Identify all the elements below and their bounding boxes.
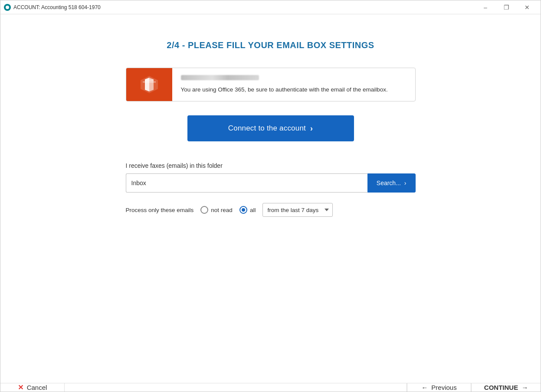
continue-arrow-icon: →	[521, 384, 528, 391]
previous-button[interactable]: ← Previous	[407, 383, 471, 392]
search-button-arrow: ›	[404, 180, 407, 186]
cancel-label: Cancel	[27, 384, 47, 391]
folder-input[interactable]	[126, 173, 367, 193]
days-dropdown[interactable]: from the last 7 days from the last 14 da…	[262, 203, 333, 217]
process-label: Process only these emails	[126, 207, 194, 213]
connect-button-arrow: ›	[310, 124, 313, 133]
folder-label: I receive faxes (emails) in this folder	[126, 162, 416, 169]
not-read-label: not read	[211, 207, 233, 213]
all-option[interactable]: all	[239, 206, 256, 214]
continue-label: CONTINUE	[484, 384, 518, 391]
cancel-button[interactable]: ✕ Cancel	[0, 383, 65, 392]
title-bar-title: ACCOUNT: Accounting 518 604-1970	[13, 4, 101, 10]
not-read-radio[interactable]	[200, 206, 208, 214]
folder-section: I receive faxes (emails) in this folder …	[126, 162, 416, 217]
title-bar: ACCOUNT: Accounting 518 604-1970 – ❐ ✕	[0, 0, 541, 14]
connect-button[interactable]: Connect to the account ›	[187, 115, 354, 141]
info-card-content: You are using Office 365, be sure to aut…	[172, 68, 397, 101]
footer: ✕ Cancel ← Previous CONTINUE →	[0, 383, 541, 392]
not-read-option[interactable]: not read	[200, 206, 233, 214]
cancel-x-icon: ✕	[18, 383, 23, 392]
info-card-description: You are using Office 365, be sure to aut…	[181, 85, 388, 94]
office-icon-container	[126, 68, 172, 101]
previous-arrow-icon: ←	[421, 384, 428, 391]
title-bar-controls: – ❐ ✕	[475, 0, 537, 14]
info-card: You are using Office 365, be sure to aut…	[126, 68, 416, 101]
folder-row: Search... ›	[126, 173, 416, 193]
page-heading: 2/4 - PLEASE FILL YOUR EMAIL BOX SETTING…	[167, 40, 374, 50]
office365-icon	[136, 72, 162, 98]
all-label: all	[250, 207, 256, 213]
app-icon	[4, 4, 11, 11]
continue-button[interactable]: CONTINUE →	[471, 383, 541, 392]
title-bar-left: ACCOUNT: Accounting 518 604-1970	[4, 4, 101, 11]
svg-rect-2	[143, 81, 156, 83]
search-button[interactable]: Search... ›	[367, 173, 416, 193]
svg-point-0	[6, 6, 9, 9]
process-row: Process only these emails not read all f…	[126, 203, 416, 217]
info-card-email-blurred	[181, 75, 259, 80]
close-button[interactable]: ✕	[517, 0, 537, 14]
minimize-button[interactable]: –	[475, 0, 495, 14]
restore-button[interactable]: ❐	[496, 0, 516, 14]
all-radio[interactable]	[239, 206, 247, 214]
previous-label: Previous	[431, 384, 456, 391]
main-content: 2/4 - PLEASE FILL YOUR EMAIL BOX SETTING…	[0, 14, 541, 383]
footer-spacer	[65, 383, 407, 392]
search-button-label: Search...	[377, 180, 401, 186]
connect-button-label: Connect to the account	[228, 124, 306, 133]
